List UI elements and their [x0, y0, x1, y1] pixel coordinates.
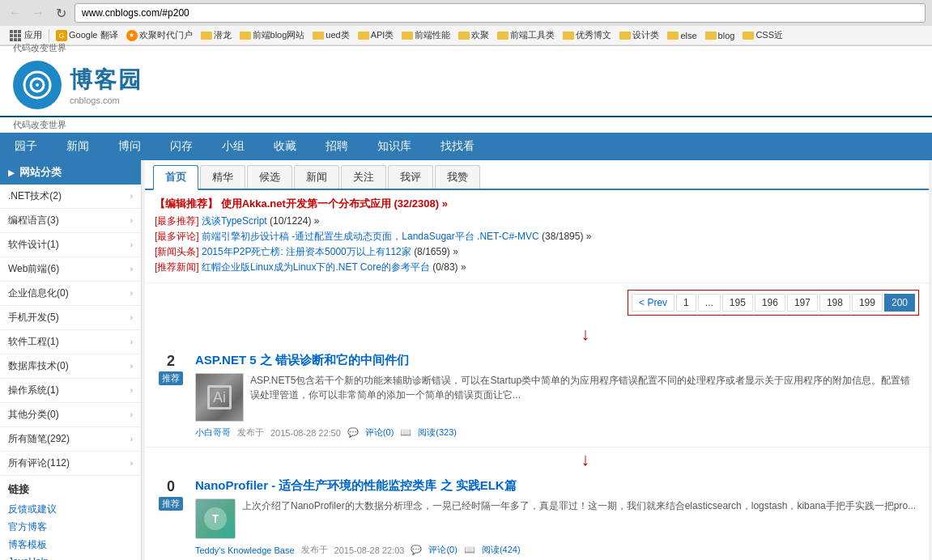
vote-button-2[interactable]: 推荐: [159, 497, 183, 511]
post-title-link-2[interactable]: NanoProfiler - 适合生产环境的性能监控类库 之 实践ELK篇: [195, 478, 517, 492]
page-200[interactable]: 200: [884, 294, 915, 312]
nav-search[interactable]: 找找看: [426, 133, 489, 160]
bookmark-huanju[interactable]: 欢聚: [455, 28, 492, 43]
featured-section: 【编辑推荐】 使用Akka.net开发第一个分布式应用 (32/2308) » …: [145, 190, 929, 283]
tab-candidate[interactable]: 候选: [247, 165, 292, 189]
post-reads-1[interactable]: 阅读(323): [418, 426, 457, 439]
sidebar-item-dotnet[interactable]: .NET技术(2) ›: [0, 185, 141, 209]
sidebar-item-all-posts[interactable]: 所有随笔(292) ›: [0, 427, 141, 452]
sidebar-item-engineering[interactable]: 软件工程(1) ›: [0, 330, 141, 354]
nav-question[interactable]: 博问: [104, 133, 155, 160]
bookmark-apps[interactable]: 应用: [6, 28, 45, 43]
post-title-2: NanoProfiler - 适合生产环境的性能监控类库 之 实践ELK篇: [195, 478, 919, 494]
tab-my-likes[interactable]: 我赞: [435, 165, 480, 189]
arrow-icon: ›: [130, 265, 133, 274]
page-195[interactable]: 195: [722, 294, 753, 312]
avatar-circle: T: [204, 507, 227, 530]
content-area: 首页 精华 候选 新闻 关注 我评 我赞 【编辑推荐】 使用Akka.net开发…: [145, 160, 929, 560]
page-199[interactable]: 199: [852, 294, 883, 312]
sidebar-item-mobile[interactable]: 手机开发(5) ›: [0, 306, 141, 330]
post-comments-1[interactable]: 评论(0): [365, 426, 394, 439]
sidebar: 网站分类 .NET技术(2) › 编程语言(3) › 软件设计(1) › Web…: [0, 160, 142, 560]
bookmark-label: 欢聚: [471, 29, 489, 41]
post-date-2: 2015-08-28 22:03: [334, 545, 405, 555]
nav-news[interactable]: 新闻: [52, 133, 104, 160]
bookmark-excellent[interactable]: 优秀博文: [560, 28, 615, 43]
link-feedback[interactable]: 反馈或建议: [8, 502, 133, 517]
nav-knowledge[interactable]: 知识库: [363, 133, 426, 160]
bookmark-google-translate[interactable]: G Google 翻译: [53, 28, 121, 43]
tab-news[interactable]: 新闻: [294, 165, 339, 189]
sidebar-item-database[interactable]: 数据库技术(0) ›: [0, 354, 141, 379]
folder-icon: [563, 32, 574, 40]
featured-main-link[interactable]: 使用Akka.net开发第一个分布式应用: [221, 197, 391, 210]
nav-yuanzi[interactable]: 园子: [0, 133, 52, 160]
bookmark-portal[interactable]: ★ 欢聚时代门户: [123, 28, 196, 43]
sub-count: (8/1659) »: [414, 246, 458, 257]
post-published-label: 发布于: [237, 426, 264, 439]
bookmark-css[interactable]: CSS近: [739, 28, 786, 43]
bookmark-frontend-perf[interactable]: 前端性能: [398, 28, 453, 43]
thumb-inner: Ai: [207, 385, 232, 409]
vote-button-1[interactable]: 推荐: [159, 371, 183, 385]
nav-favorites[interactable]: 收藏: [259, 133, 311, 160]
bookmark-qianlong[interactable]: 潜龙: [198, 28, 235, 43]
url-bar[interactable]: [74, 3, 926, 23]
sub-link[interactable]: 浅谈TypeScript: [202, 215, 267, 227]
sub-count: (38/1895) »: [542, 231, 591, 242]
bookmark-tools[interactable]: 前端工具类: [494, 28, 558, 43]
tab-my-comments[interactable]: 我评: [388, 165, 433, 189]
tab-home[interactable]: 首页: [153, 165, 198, 190]
nav-flash[interactable]: 闪存: [155, 133, 207, 160]
nav-jobs[interactable]: 招聘: [311, 133, 363, 160]
post-author-1[interactable]: 小白哥哥: [195, 426, 231, 439]
sidebar-item-all-comments[interactable]: 所有评论(112) ›: [0, 452, 141, 476]
vote-count-1: 2: [167, 353, 175, 370]
sidebar-title: 网站分类: [0, 160, 141, 185]
page-197[interactable]: 197: [787, 294, 818, 312]
refresh-button[interactable]: ↻: [52, 4, 70, 22]
sidebar-item-other[interactable]: 其他分类(0) ›: [0, 403, 141, 427]
page-prev[interactable]: < Prev: [632, 294, 675, 312]
post-title-link-1[interactable]: ASP.NET 5 之 错误诊断和它的中间件们: [195, 353, 409, 367]
tab-follow[interactable]: 关注: [341, 165, 386, 189]
tab-featured[interactable]: 精华: [200, 165, 245, 189]
bookmark-ued[interactable]: ued类: [309, 28, 352, 43]
post-reads-2[interactable]: 阅读(424): [482, 544, 521, 556]
sub-link[interactable]: 2015年P2P死亡榜: 注册资本5000万以上有112家: [202, 246, 411, 257]
bookmark-label: 欢聚时代门户: [139, 29, 193, 41]
link-official-blog[interactable]: 官方博客: [8, 520, 133, 535]
post-excerpt-2: 上次介绍了NanoProfiler的大数据分析理念，一晃已经时隔一年多了，真是罪…: [242, 498, 916, 539]
bookmark-blog[interactable]: blog: [702, 29, 738, 42]
arrow-icon: ›: [130, 313, 133, 322]
sub-link[interactable]: 红帽企业版Linux成为Linux下的.NET Core的参考平台: [202, 261, 430, 273]
page-196[interactable]: 196: [755, 294, 785, 312]
nav-group[interactable]: 小组: [207, 133, 259, 160]
featured-main: 【编辑推荐】 使用Akka.net开发第一个分布式应用 (32/2308) »: [155, 197, 919, 211]
bookmark-else[interactable]: else: [664, 29, 700, 42]
page-1[interactable]: 1: [676, 294, 696, 312]
link-template[interactable]: 博客模板: [8, 537, 133, 553]
post-avatar-2: T: [195, 498, 236, 539]
folder-icon: [705, 32, 717, 40]
bookmark-api[interactable]: API类: [355, 28, 398, 43]
sidebar-item-enterprise[interactable]: 企业信息化(0) ›: [0, 282, 141, 306]
sidebar-item-web[interactable]: Web前端(6) ›: [0, 257, 141, 282]
sidebar-item-design[interactable]: 软件设计(1) ›: [0, 233, 141, 257]
post-comments-2[interactable]: 评论(0): [428, 544, 457, 556]
forward-button[interactable]: →: [29, 4, 47, 22]
featured-label: 【编辑推荐】: [155, 197, 218, 210]
link-javahelp[interactable]: JavaHelp: [8, 555, 133, 560]
comment-icon-2: 💬: [411, 545, 422, 555]
back-button[interactable]: ←: [6, 4, 24, 22]
bookmark-frontend-blog[interactable]: 前端blog网站: [236, 28, 309, 43]
post-author-2[interactable]: Teddy's Knowledge Base: [195, 545, 295, 555]
main-layout: 网站分类 .NET技术(2) › 编程语言(3) › 软件设计(1) › Web…: [0, 160, 932, 560]
bookmark-design[interactable]: 设计类: [616, 28, 662, 43]
post-meta-1: 小白哥哥 发布于 2015-08-28 22:50 💬 评论(0) 📖 阅读(3…: [195, 426, 919, 439]
sidebar-item-lang[interactable]: 编程语言(3) ›: [0, 209, 141, 233]
sub-link[interactable]: 前端引擎初步设计稿 -通过配置生成动态页面，LandaSugar平台 .NET-…: [202, 231, 539, 242]
read-icon-1: 📖: [400, 427, 411, 438]
sidebar-item-os[interactable]: 操作系统(1) ›: [0, 379, 141, 403]
page-198[interactable]: 198: [819, 294, 850, 312]
